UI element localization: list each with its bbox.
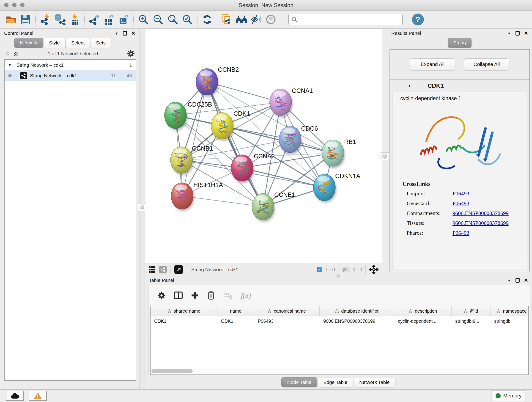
detach-view-button[interactable]: ↗	[174, 265, 183, 274]
results-panel-title: Results Panel	[391, 31, 421, 36]
duplicate-network-button[interactable]	[220, 12, 234, 27]
tab-sets[interactable]: Sets	[90, 38, 111, 48]
column-header-description[interactable]: description	[394, 306, 452, 316]
gear-icon[interactable]	[157, 291, 166, 300]
import-table-button[interactable]	[67, 12, 82, 27]
home-button[interactable]	[234, 12, 249, 27]
crosslink-value-link[interactable]: 9606.ENSP00000378699	[452, 220, 509, 226]
gene-section-header[interactable]: ▼ CDK1	[390, 80, 529, 92]
panel-menu-icon[interactable]: ▼	[507, 32, 511, 35]
zoom-out-button[interactable]	[151, 12, 165, 27]
column-header-namespace[interactable]: namespace	[491, 306, 528, 316]
refresh-button[interactable]	[200, 12, 215, 27]
warning-status-button[interactable]	[29, 391, 47, 401]
network-share-icon	[20, 72, 27, 79]
delete-column-icon[interactable]	[207, 291, 215, 300]
node-CCNA2[interactable]	[231, 155, 254, 183]
node-HIST1H1A[interactable]	[171, 183, 194, 211]
import-network-file-button[interactable]	[38, 12, 53, 27]
node-CDC6[interactable]	[279, 126, 302, 155]
network-row[interactable]: String Network – cdk1 11 48	[5, 70, 136, 81]
column-header-database-identifier[interactable]: database identifier	[320, 306, 394, 316]
crosslink-value-link[interactable]: P06493	[452, 200, 469, 206]
gear-icon[interactable]	[127, 50, 135, 57]
add-column-icon[interactable]	[191, 292, 199, 299]
network-canvas[interactable]: CCNB2CCNA1CDC25BCDK1CDC6RB1CCNB1CCNA2CDK…	[145, 29, 382, 263]
section-expand-icon[interactable]: ▼	[408, 84, 413, 88]
tab-edge-table[interactable]: Edge Table	[317, 377, 353, 387]
node-CCNA1[interactable]	[270, 89, 293, 118]
grid-view-icon[interactable]	[148, 266, 155, 273]
show-details-button[interactable]	[264, 12, 278, 27]
maximize-window-button[interactable]	[20, 3, 25, 7]
expand-all-icon[interactable]	[13, 51, 19, 57]
network-share-view-icon[interactable]	[159, 266, 167, 274]
left-splitter[interactable]	[139, 29, 145, 389]
string-results-box: Expand All Collapse All ▼ CDK1 cyclin-de…	[389, 49, 530, 272]
right-splitter[interactable]	[382, 29, 387, 276]
table-row[interactable]: CDK1CDK1P064939606.ENSP00000378699cyclin…	[151, 316, 528, 326]
memory-button[interactable]: Memory	[491, 390, 526, 401]
horizontal-splitter-handle[interactable]	[336, 274, 340, 278]
panel-float-icon[interactable]	[515, 278, 520, 283]
tab-network-table[interactable]: Network Table	[354, 377, 395, 387]
panel-close-icon[interactable]: ×	[524, 30, 528, 36]
table-horizontal-scrollbar[interactable]	[151, 368, 528, 375]
show-columns-icon[interactable]	[174, 291, 183, 300]
node-CCNE1[interactable]	[252, 193, 275, 222]
export-table-button[interactable]	[102, 12, 116, 27]
tab-style[interactable]: Style	[43, 38, 65, 48]
open-session-button[interactable]	[4, 12, 18, 27]
export-network-button[interactable]	[87, 12, 102, 27]
node-CDKN1A[interactable]	[313, 174, 336, 203]
control-panel-title: Control Panel	[4, 31, 33, 36]
expand-all-button[interactable]: Expand All	[410, 58, 455, 70]
zoom-in-button[interactable]	[136, 12, 151, 27]
crosslink-value-link[interactable]: P06493	[452, 191, 469, 197]
edge[interactable]	[182, 82, 207, 196]
pan-crosshair-icon[interactable]	[369, 265, 379, 274]
node-RB1[interactable]	[322, 140, 345, 168]
crosslinks-list: Uniprot:P06493GeneCard:P06493Compartment…	[403, 191, 527, 236]
column-header-canonical-name[interactable]: canonical name	[254, 306, 320, 316]
node-CDK1[interactable]	[211, 113, 234, 141]
network-collection-row[interactable]: ▼ String Network – cdk1 1	[5, 60, 136, 70]
table-rows: CDK1CDK1P064939606.ENSP00000378699cyclin…	[151, 316, 528, 326]
tab-network[interactable]: Network	[14, 38, 43, 48]
node-CCNB1[interactable]	[171, 147, 194, 175]
export-image-button[interactable]	[116, 12, 131, 27]
panel-menu-icon[interactable]: ▼	[507, 279, 511, 282]
scrollbar-handle[interactable]	[152, 369, 193, 373]
column-header-shared-name[interactable]: shared name	[151, 306, 217, 316]
panel-menu-icon[interactable]: ▼	[115, 32, 118, 35]
right-splitter-handle[interactable]	[380, 153, 389, 160]
close-window-button[interactable]	[4, 3, 8, 7]
panel-close-icon[interactable]: ×	[132, 30, 135, 36]
edge[interactable]	[242, 168, 324, 187]
save-session-button[interactable]	[18, 12, 33, 27]
tab-node-table[interactable]: Node Table	[281, 377, 317, 387]
panel-float-icon[interactable]	[123, 31, 127, 36]
node-CCNB2[interactable]	[196, 69, 219, 97]
column-header-name[interactable]: name	[217, 306, 254, 316]
collapse-all-button[interactable]: Collapse All	[464, 58, 509, 70]
column-header--id[interactable]: @id	[452, 306, 491, 316]
import-network-database-button[interactable]	[53, 12, 67, 27]
cloud-status-button[interactable]	[6, 391, 24, 401]
panel-float-icon[interactable]	[515, 31, 520, 36]
hide-selected-button[interactable]	[249, 12, 264, 27]
selected-checkbox-icon[interactable]: ✓	[317, 267, 322, 272]
tab-select[interactable]: Select	[65, 38, 90, 48]
main-toolbar: ?	[0, 11, 532, 29]
minimize-window-button[interactable]	[12, 3, 17, 7]
crosslink-value-link[interactable]: 9606.ENSP00000378699	[452, 210, 509, 216]
help-button[interactable]: ?	[412, 13, 424, 26]
search-input[interactable]	[300, 17, 399, 22]
collapse-all-icon[interactable]	[5, 51, 11, 57]
tree-expand-icon[interactable]: ▼	[8, 63, 14, 67]
tab-string[interactable]: String	[448, 38, 472, 48]
zoom-fit-button[interactable]	[165, 12, 180, 27]
crosslink-value-link[interactable]: P06493	[452, 230, 469, 236]
panel-close-icon[interactable]: ×	[524, 277, 528, 283]
zoom-selected-button[interactable]	[180, 12, 195, 27]
